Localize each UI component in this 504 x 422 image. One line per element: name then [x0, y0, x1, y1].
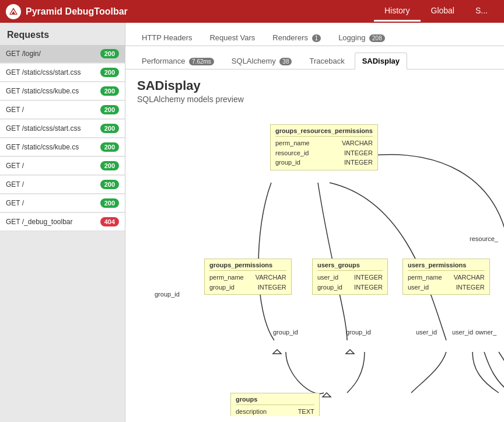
entity-row: perm_name VARCHAR: [408, 273, 485, 283]
list-item[interactable]: GET /static/css/kube.cs 200: [0, 82, 125, 100]
tabs-row-1: HTTP Headers Request Vars Renderers 1 Lo…: [125, 23, 504, 46]
status-badge: 200: [100, 68, 119, 77]
diag-label-group-id-mid: group_id: [273, 329, 298, 336]
sidebar-title: Requests: [0, 23, 125, 45]
list-item[interactable]: GET /static/css/start.css 200: [0, 120, 125, 138]
tab-performance[interactable]: Performance 7.62ms: [134, 53, 222, 69]
diag-label-resource: resource_: [470, 235, 498, 242]
entity-row: user_id INTEGER: [408, 283, 485, 292]
page-subtitle: SQLAlchemy models preview: [137, 95, 492, 104]
renderers-badge: 1: [312, 34, 321, 42]
entity-title: groups: [236, 396, 314, 405]
logging-badge: 208: [369, 34, 385, 42]
request-path: GET /login/: [6, 50, 41, 58]
brand: Pyramid DebugToolbar: [6, 4, 374, 19]
entity-row: perm_name VARCHAR: [209, 273, 286, 283]
diag-label-group-id-mid2: group_id: [346, 329, 371, 336]
entity-title: groups_resources_permissions: [275, 127, 373, 137]
status-badge: 200: [100, 198, 119, 208]
request-path: GET /static/css/start.css: [6, 124, 80, 132]
request-path: GET /static/css/start.css: [6, 68, 80, 76]
request-path: GET /: [6, 162, 24, 170]
entity-groups-permissions: groups_permissions perm_name VARCHAR gro…: [204, 259, 292, 295]
entity-title: groups_permissions: [209, 261, 286, 271]
list-item[interactable]: GET / 200: [0, 194, 125, 212]
diag-label-group-id-left: group_id: [155, 291, 180, 298]
sql-badge: 38: [279, 58, 292, 65]
tab-sqlalchemy[interactable]: SQLAlchemy 38: [224, 53, 300, 69]
list-item[interactable]: GET /static/css/kube.cs 200: [0, 138, 125, 156]
logo-icon: [6, 4, 21, 19]
tab-traceback[interactable]: Traceback: [302, 53, 352, 69]
svg-marker-5: [323, 393, 331, 397]
request-path: GET /: [6, 199, 24, 207]
request-path: GET /_debug_toolbar: [6, 218, 73, 226]
entity-row: perm_name VARCHAR: [275, 138, 373, 148]
status-badge: 200: [100, 86, 119, 96]
diag-label-user-id2: user_id: [452, 329, 473, 336]
entity-title: users_groups: [317, 261, 383, 271]
status-badge: 200: [100, 142, 119, 152]
status-badge: 404: [100, 217, 119, 226]
tab-request-vars[interactable]: Request Vars: [202, 29, 262, 46]
content-area: HTTP Headers Request Vars Renderers 1 Lo…: [125, 23, 504, 422]
svg-marker-4: [346, 350, 354, 354]
entity-row: group_id INTEGER: [209, 283, 286, 292]
page-title-area: SADisplay SQLAlchemy models preview: [125, 69, 504, 107]
perf-badge: 7.62ms: [189, 58, 214, 65]
entity-row: description TEXT: [236, 407, 314, 416]
main-layout: Requests GET /login/ 200 GET /static/css…: [0, 23, 504, 422]
status-badge: 200: [100, 105, 119, 114]
entity-users-permissions: users_permissions perm_name VARCHAR user…: [402, 259, 490, 295]
entity-groups: groups description TEXT group_name VARCH…: [230, 393, 320, 416]
request-path: GET /static/css/kube.cs: [6, 87, 79, 95]
entity-row: group_id INTEGER: [317, 283, 383, 292]
tab-sadisplay[interactable]: SADisplay: [355, 53, 407, 69]
list-item[interactable]: GET / 200: [0, 176, 125, 194]
sidebar: Requests GET /login/ 200 GET /static/css…: [0, 23, 125, 422]
page-title: SADisplay: [137, 78, 492, 93]
list-item[interactable]: GET / 200: [0, 101, 125, 119]
diagram-area: groups_resources_permissions perm_name V…: [137, 113, 504, 416]
entity-row: resource_id INTEGER: [275, 148, 373, 158]
request-path: GET /static/css/kube.cs: [6, 143, 79, 151]
list-item[interactable]: GET /static/css/start.css 200: [0, 64, 125, 82]
svg-marker-3: [273, 350, 281, 354]
tab-logging[interactable]: Logging 208: [331, 29, 393, 46]
request-path: GET /: [6, 180, 24, 189]
entity-groups-resources-permissions: groups_resources_permissions perm_name V…: [270, 124, 378, 170]
brand-label: Pyramid DebugToolbar: [26, 6, 128, 17]
entity-users-groups: users_groups user_id INTEGER group_id IN…: [312, 259, 388, 295]
topbar: Pyramid DebugToolbar History Global S...: [0, 0, 504, 23]
entity-row: user_id INTEGER: [317, 273, 383, 283]
list-item[interactable]: GET /_debug_toolbar 404: [0, 213, 125, 231]
status-badge: 200: [100, 49, 119, 58]
entity-title: users_permissions: [408, 261, 485, 271]
status-badge: 200: [100, 161, 119, 170]
topbar-nav: History Global S...: [374, 1, 498, 22]
request-path: GET /: [6, 106, 24, 114]
tab-http-headers[interactable]: HTTP Headers: [134, 29, 200, 46]
diag-label-owner: owner_: [475, 329, 496, 336]
status-badge: 200: [100, 124, 119, 133]
list-item[interactable]: GET / 200: [0, 157, 125, 175]
diag-label-user-id: user_id: [416, 329, 437, 336]
tab-renderers[interactable]: Renderers 1: [265, 29, 328, 46]
nav-s[interactable]: S...: [465, 1, 498, 22]
list-item[interactable]: GET /login/ 200: [0, 45, 125, 63]
nav-global[interactable]: Global: [421, 1, 465, 22]
tabs-row-2: Performance 7.62ms SQLAlchemy 38 Traceba…: [125, 46, 504, 69]
status-badge: 200: [100, 180, 119, 189]
entity-row: group_id INTEGER: [275, 158, 373, 168]
nav-history[interactable]: History: [374, 1, 421, 22]
